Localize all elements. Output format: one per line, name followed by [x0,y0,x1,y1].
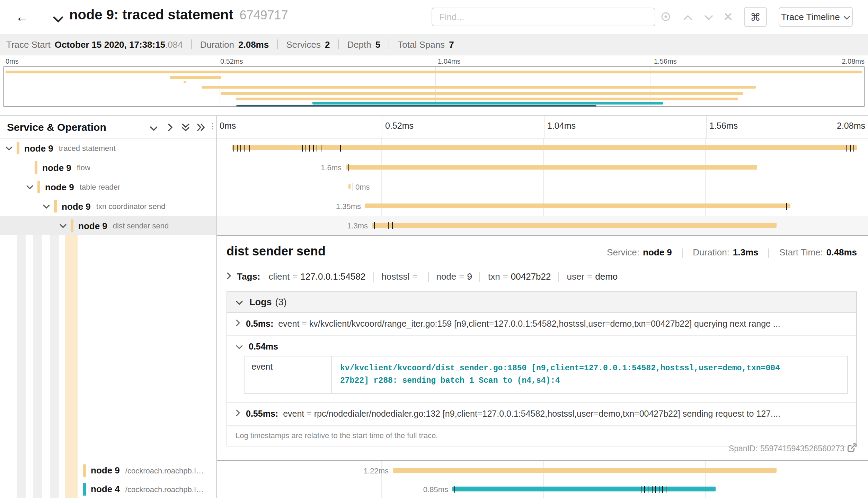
expand-all-button[interactable] [195,123,206,133]
indent-guide [33,235,42,461]
log-entry-collapsed[interactable]: 0.55ms: event = rpc/nodedialer/nodediale… [227,402,856,426]
span-tree-cell[interactable]: node 9 flow [0,158,216,177]
services-value: 2 [325,39,330,49]
span-bar[interactable] [365,203,790,208]
span-id-row: SpanID: 5597415943526560273 [729,443,857,454]
ruler-tick [544,116,544,138]
log-summary: event = rpc/nodedialer/nodedialer.go:132… [283,409,780,419]
span-bar[interactable] [348,184,351,189]
collapse-all-button[interactable] [180,123,191,133]
minimap-span-bar [202,86,756,89]
chevron-right-icon [168,123,173,134]
operation-name: traced statement [59,144,116,152]
collapse-one-button[interactable] [148,123,159,133]
chevron-down-icon[interactable] [60,223,67,228]
minimap-span-bar [236,98,738,100]
span-row-traced-statement[interactable]: node 9 traced statement [0,138,868,158]
logs-accordion-header[interactable]: Logs (3) [227,292,856,313]
tags-accordion[interactable]: Tags: client=127.0.0.1:54582 hostssl= no… [227,271,857,282]
span-id-value: 5597415943526560273 [760,444,844,453]
tag-key: node [436,271,456,282]
span-duration-label: 1.35ms [326,202,361,210]
tag-value: 9 [467,271,472,282]
service-name: node 9 [62,201,91,211]
span-tree-cell[interactable]: node 9 dist sender send [0,216,216,235]
chevron-down-icon[interactable] [43,204,50,209]
log-field-key: event [245,356,332,393]
span-row-flow[interactable]: node 9 flow 1.6ms [0,158,868,177]
span-timeline-cell[interactable] [217,138,868,158]
target-circle-icon [660,14,671,24]
span-timeline-cell[interactable]: 0.85ms [217,480,868,498]
service-name: node 9 [91,465,120,476]
service-label: Service: [607,247,639,257]
minimap-span-bar-dark [236,105,596,107]
span-timeline-cell[interactable]: 1.3ms [217,216,868,235]
log-marker [786,203,787,210]
log-marker [302,145,303,152]
log-marker [317,145,317,152]
log-marker [233,145,234,152]
log-marker [666,486,666,493]
span-bar-teal[interactable] [452,487,716,491]
span-row-table-reader[interactable]: node 9 table reader 0ms [0,177,868,197]
span-timeline-cell[interactable]: 1.22ms [217,461,868,480]
span-tree-cell[interactable]: node 9 table reader [0,177,216,197]
span-bar[interactable] [393,468,777,473]
span-bar[interactable] [372,223,777,228]
total-spans-value: 7 [449,39,454,49]
match-scope-button[interactable] [659,11,672,24]
keyboard-shortcuts-button[interactable]: ⌘ [744,7,767,27]
back-button[interactable]: ← [10,7,35,26]
find-prev-button[interactable] [682,11,694,24]
span-id-label: SpanID: [729,444,758,453]
tag-item: hostssl= [381,271,420,282]
log-marker [652,486,653,493]
separator [277,39,278,49]
span-row-txn-coordinator-send[interactable]: node 9 txn coordinator send 1.35ms [0,197,868,216]
chevron-down-icon[interactable] [26,184,33,189]
chevron-down-icon [236,297,243,307]
span-row-node9-grpc[interactable]: node 9 /cockroach.roachpb.I… 1.22ms [0,461,868,480]
span-tree-cell[interactable]: node 9 txn coordinator send [0,197,216,216]
trace-timeline-dropdown[interactable]: Trace Timeline [779,7,853,27]
minimap-span-bar [184,81,186,83]
top-bar: ← node 9: traced statement6749717 ⌘ Trac… [0,0,868,34]
duration-label: Duration: [693,247,729,257]
log-marker [392,222,393,229]
log-entry-collapsed[interactable]: 0.5ms: event = kv/kvclient/kvcoord/range… [227,313,856,336]
span-timeline-cell[interactable]: 0ms [217,177,868,197]
link-icon[interactable] [847,443,857,454]
trace-minimap[interactable] [3,66,865,107]
span-bar[interactable] [346,165,757,170]
trace-collapse-chevron-icon[interactable] [53,13,64,26]
find-next-button[interactable] [702,11,715,24]
span-row-dist-sender-send-selected[interactable]: node 9 dist sender send 1.3ms [0,216,868,235]
find-input[interactable] [432,8,655,26]
span-row-node4-grpc[interactable]: node 4 /cockroach.roachpb.I… 0.85ms [0,480,868,498]
chevron-down-icon [844,12,850,22]
column-resize-grip[interactable]: ⋮ [209,121,217,131]
log-entry-expanded-header[interactable]: 0.54ms [227,336,856,354]
span-tree-cell[interactable]: node 4 /cockroach.roachpb.I… [0,480,216,498]
detail-header: dist sender send Service:node 9 Duration… [227,244,857,259]
span-timeline-cell[interactable]: 1.35ms [217,197,868,216]
log-marker [454,486,455,493]
span-tree-cell[interactable]: node 9 /cockroach.roachpb.I… [0,461,216,480]
log-marker [305,145,306,152]
separator [191,39,192,49]
span-timeline-cell[interactable]: 1.6ms [217,158,868,177]
span-detail-panel: dist sender send Service:node 9 Duration… [217,235,868,461]
span-bar[interactable] [232,145,857,150]
find-clear-button[interactable] [722,11,734,24]
chevron-up-icon [683,12,693,22]
separator [480,272,480,281]
span-tree-cell[interactable]: node 9 traced statement [0,138,216,158]
tag-value: demo [595,271,618,282]
expand-one-button[interactable] [165,123,176,133]
services-label: Services [286,39,321,49]
page-title: node 9: traced statement [69,7,233,22]
chevron-down-icon[interactable] [6,146,12,151]
logs-accordion: Logs (3) 0.5ms: event = kv/kvclient/kvco… [227,291,857,446]
log-marker [309,145,310,152]
